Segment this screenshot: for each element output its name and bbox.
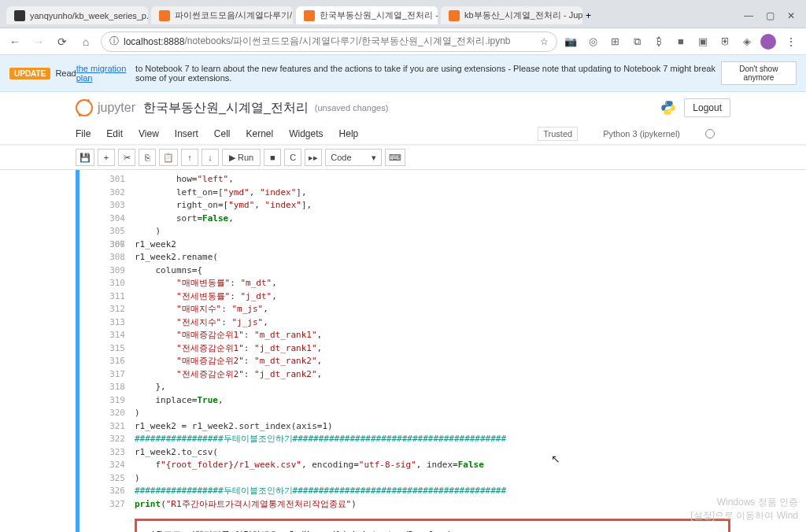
move-up-button[interactable]: ↑	[181, 149, 198, 166]
favicon	[14, 10, 25, 21]
tab-label: 한국부동산원_시계열_전처리 -	[320, 9, 438, 21]
trusted-indicator[interactable]: Trusted	[538, 127, 578, 141]
tab-label: yanqyunho/kb_week_series_p...	[30, 11, 148, 20]
url-host: localhost:8888	[124, 36, 184, 47]
extension-icon[interactable]: ⧉	[630, 35, 644, 49]
restart-button[interactable]: C	[284, 149, 301, 166]
update-banner: UPDATE Read the migration plan to Notebo…	[0, 55, 806, 92]
svg-point-0	[666, 102, 667, 103]
migration-link[interactable]: the migration plan	[76, 64, 135, 83]
add-cell-button[interactable]: +	[98, 149, 115, 166]
extension-icon[interactable]: ■	[674, 35, 688, 49]
notebook-header: jupyter 한국부동산원_시계열_전처리 (unsaved changes)…	[0, 92, 806, 170]
paste-button[interactable]: 📋	[159, 149, 178, 166]
profile-avatar[interactable]	[760, 34, 776, 50]
tab-label: 파이썬코드모음/시계열다루기/	[175, 9, 292, 21]
browser-tab[interactable]: 한국부동산원_시계열_전처리 - ×	[296, 6, 438, 24]
home-button[interactable]: ⌂	[77, 33, 94, 50]
jupyter-logo[interactable]: jupyter	[76, 99, 135, 116]
move-down-button[interactable]: ↓	[202, 149, 219, 166]
extension-icon[interactable]: ◈	[740, 35, 754, 49]
browser-tab-bar: yanqyunho/kb_week_series_p...×파이썬코드모음/시계…	[0, 0, 806, 28]
run-button[interactable]: ▶ Run	[222, 149, 261, 166]
extension-icon[interactable]: ⊞	[608, 35, 622, 49]
code-line: 323r1_week2.to_csv(	[98, 446, 730, 460]
forward-button[interactable]: →	[30, 33, 47, 50]
keyboard-button[interactable]: ⌨	[385, 149, 405, 166]
banner-text-1: Read	[55, 68, 76, 78]
favicon	[159, 10, 170, 21]
code-line: 310 "매매변동률": "m_dt",	[98, 277, 730, 290]
stop-button[interactable]: ■	[264, 149, 281, 166]
maximize-button[interactable]: ▢	[766, 10, 775, 21]
code-line: 326#################두테이블조인하기############…	[98, 485, 730, 498]
banner-text-2: to Notebook 7 to learn about the new fea…	[135, 64, 721, 83]
browser-tab[interactable]: kb부동산_시계열_전처리 - Jup×	[441, 6, 582, 24]
extension-icon[interactable]: ₿	[652, 35, 666, 49]
code-line: 316 "매매증감순위2": "m_dt_rank2",	[98, 355, 730, 368]
minimize-button[interactable]: —	[744, 10, 753, 21]
extension-icon[interactable]: 📷	[564, 35, 578, 49]
kernel-status-icon	[705, 129, 715, 139]
code-line: 321r1_week2 = r1_week2.sort_index(axis=1…	[98, 420, 730, 434]
url-path: /notebooks/파이썬코드모음/시계열다루기/한국부동산원_시계열_전처리…	[184, 35, 510, 48]
code-cell[interactable]: 301 how="left",302 left_on=["ymd", "inde…	[76, 170, 730, 532]
extension-icon[interactable]: ◎	[586, 35, 600, 49]
extension-icon[interactable]: ▣	[696, 35, 710, 49]
menu-item-edit[interactable]: Edit	[106, 128, 123, 139]
code-line: 303 right_on=["ymd", "index"],	[98, 199, 730, 212]
favicon	[304, 10, 315, 21]
reload-button[interactable]: ⟳	[54, 33, 71, 50]
menu-item-kernel[interactable]: Kernel	[246, 128, 274, 139]
code-editor[interactable]: 301 how="left",302 left_on=["ymd", "inde…	[79, 170, 730, 514]
code-line: 317 "전세증감순위2": "j_dt_rank2",	[98, 368, 730, 382]
code-line: 313 "전세지수": "j_js",	[98, 316, 730, 330]
tab-label: kb부동산_시계열_전처리 - Jup	[464, 9, 582, 21]
close-window-button[interactable]: ✕	[787, 10, 795, 21]
code-line: 314 "매매증감순위1": "m_dt_rank1",	[98, 329, 730, 342]
save-button[interactable]: 💾	[76, 149, 94, 166]
code-line: 319 inplace=True,	[98, 394, 730, 408]
code-line: 327print("R1주간아파트가격시계열통계전처리작업종료")	[98, 498, 730, 512]
menu-item-cell[interactable]: Cell	[214, 128, 231, 139]
toolbar: 💾 + ✂ ⎘ 📋 ↑ ↓ ▶ Run ■ C ▸▸ Code▾ ⌨	[0, 145, 806, 169]
windows-watermark: Windows 정품 인증 [설정]으로 이동하여 Wind	[690, 496, 798, 523]
code-line: 308r1_week2.rename(	[98, 251, 730, 264]
browser-menu-icon[interactable]: ⋮	[782, 33, 800, 50]
code-line: 322#################두테이블조인하기############…	[98, 433, 730, 446]
notebook-area: 301 how="left",302 left_on=["ymd", "inde…	[0, 170, 806, 532]
url-input[interactable]: ⓘ localhost:8888/notebooks/파이썬코드모음/시계열다루…	[101, 31, 557, 52]
logout-button[interactable]: Logout	[684, 98, 730, 117]
kernel-name[interactable]: Python 3 (ipykernel)	[603, 129, 680, 139]
site-info-icon[interactable]: ⓘ	[109, 35, 119, 48]
save-status: (unsaved changes)	[315, 103, 389, 113]
cell-type-select[interactable]: Code▾	[325, 149, 382, 166]
cut-button[interactable]: ✂	[118, 149, 135, 166]
code-line: 311 "전세변동률": "j_dt",	[98, 290, 730, 304]
code-line: 315 "전세증감순위1": "j_dt_rank1",	[98, 342, 730, 356]
svg-point-1	[670, 113, 671, 113]
code-line: 304 sort=False,	[98, 212, 730, 226]
code-line: 307r1_week2	[98, 238, 730, 252]
fastforward-button[interactable]: ▸▸	[305, 149, 322, 166]
jupyter-brand: jupyter	[98, 101, 135, 115]
bookmark-icon[interactable]: ☆	[540, 36, 549, 47]
dismiss-banner-button[interactable]: Don't show anymore	[721, 61, 797, 85]
extension-icon[interactable]: ⛨	[718, 35, 732, 49]
menu-item-help[interactable]: Help	[339, 128, 359, 139]
menu-item-insert[interactable]: Insert	[175, 128, 198, 139]
menu-item-widgets[interactable]: Widgets	[289, 128, 323, 139]
code-line: 301 how="left",	[98, 173, 730, 187]
menu-item-view[interactable]: View	[139, 128, 159, 139]
menu-item-file[interactable]: File	[76, 128, 91, 139]
browser-tab[interactable]: 파이썬코드모음/시계열다루기/×	[151, 6, 293, 24]
code-line: 324 f"{root_folder}/r1_week.csv", encodi…	[98, 459, 730, 472]
new-tab-button[interactable]: +	[586, 10, 591, 21]
back-button[interactable]: ←	[6, 33, 24, 50]
notebook-title[interactable]: 한국부동산원_시계열_전처리	[143, 100, 309, 116]
browser-tab[interactable]: yanqyunho/kb_week_series_p...×	[6, 6, 148, 24]
code-line: 312 "매매지수": "m_js",	[98, 303, 730, 316]
update-badge: UPDATE	[9, 68, 50, 79]
code-line: 309 columns={	[98, 264, 730, 278]
copy-button[interactable]: ⎘	[139, 149, 156, 166]
